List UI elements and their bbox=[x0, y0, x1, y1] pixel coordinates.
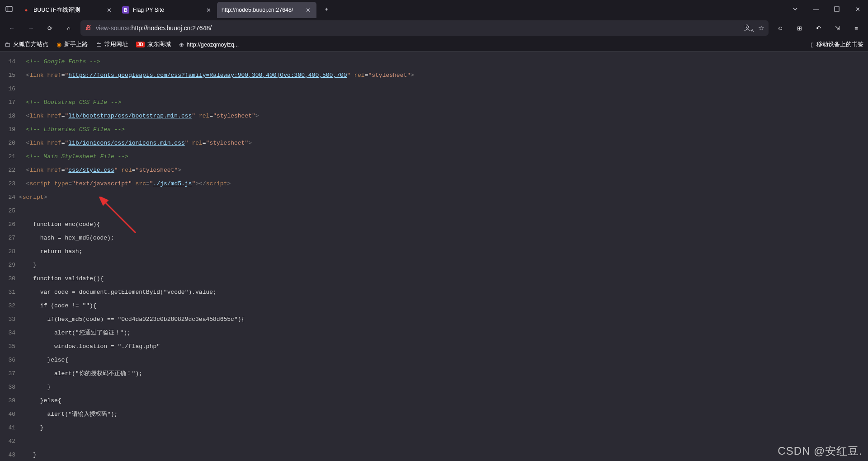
folder-icon: 🗀 bbox=[96, 41, 102, 48]
tab-view-source[interactable]: http://node5.buuoj.cn:27648/ ✕ bbox=[217, 2, 316, 18]
insecure-lock-icon bbox=[85, 24, 91, 32]
translate-icon[interactable]: 文A bbox=[744, 24, 754, 33]
bookmark-label: 京东商城 bbox=[147, 41, 171, 48]
url-text: view-source:http://node5.buuoj.cn:27648/ bbox=[96, 24, 740, 32]
undo-icon[interactable]: ↶ bbox=[811, 21, 826, 35]
svg-rect-0 bbox=[6, 6, 12, 12]
source-viewer[interactable]: 14 <!-- Google Fonts --> 15 <link href="… bbox=[0, 52, 868, 461]
home-button[interactable]: ⌂ bbox=[61, 21, 76, 35]
bookmark-star-icon[interactable]: ☆ bbox=[758, 24, 764, 32]
bookmark-label: 新手上路 bbox=[64, 41, 88, 48]
tab-flag-py[interactable]: B Flag PY Site ✕ bbox=[118, 2, 217, 18]
bookmark-label: 移动设备上的书签 bbox=[816, 41, 863, 48]
bookmark-mobile[interactable]: ▯移动设备上的书签 bbox=[811, 41, 863, 48]
new-tab-button[interactable]: ＋ bbox=[319, 2, 334, 16]
account-icon[interactable]: ☺ bbox=[773, 21, 788, 35]
close-icon[interactable]: ✕ bbox=[204, 7, 212, 14]
app-menu-icon[interactable]: ≡ bbox=[849, 21, 863, 35]
bookmark-common[interactable]: 🗀常用网址 bbox=[96, 41, 128, 48]
tab-title: BUUCTF在线评测 bbox=[33, 6, 101, 14]
bookmark-label: 常用网址 bbox=[104, 41, 128, 48]
mobile-icon: ▯ bbox=[811, 41, 814, 48]
nav-toolbar: ← → ⟳ ⌂ view-source:http://node5.buuoj.c… bbox=[0, 18, 868, 38]
extensions-icon[interactable]: ⊞ bbox=[792, 21, 807, 35]
bookmark-firefox-sites[interactable]: 🗀火狐官方站点 bbox=[5, 41, 48, 48]
url-bar[interactable]: view-source:http://node5.buuoj.cn:27648/… bbox=[80, 20, 769, 36]
source-code: 14 <!-- Google Fonts --> 15 <link href="… bbox=[0, 52, 868, 461]
watermark: CSDN @安红豆. bbox=[778, 444, 863, 458]
firefox-icon: ◉ bbox=[57, 41, 61, 48]
forward-button[interactable]: → bbox=[24, 21, 38, 35]
bookmark-jd[interactable]: JD京东商城 bbox=[136, 41, 171, 48]
tab-strip: ● BUUCTF在线评测 ✕ B Flag PY Site ✕ http://n… bbox=[18, 0, 785, 18]
back-button[interactable]: ← bbox=[5, 21, 19, 35]
svg-rect-2 bbox=[835, 7, 839, 11]
folder-icon: 🗀 bbox=[5, 41, 10, 48]
favicon-icon: B bbox=[122, 6, 129, 14]
close-icon[interactable]: ✕ bbox=[304, 7, 312, 14]
tab-title: Flag PY Site bbox=[133, 7, 201, 13]
tab-title: http://node5.buuoj.cn:27648/ bbox=[222, 7, 300, 13]
sidebar-toggle-icon[interactable] bbox=[0, 0, 18, 18]
favicon-icon: ● bbox=[23, 6, 30, 14]
jd-icon: JD bbox=[136, 42, 145, 47]
save-to-pocket-icon[interactable]: ⇲ bbox=[830, 21, 844, 35]
close-icon[interactable]: ✕ bbox=[105, 7, 113, 14]
close-window-icon[interactable]: ✕ bbox=[847, 0, 868, 18]
maximize-icon[interactable] bbox=[826, 0, 847, 18]
bookmark-getting-started[interactable]: ◉新手上路 bbox=[57, 41, 88, 48]
titlebar: ● BUUCTF在线评测 ✕ B Flag PY Site ✕ http://n… bbox=[0, 0, 868, 18]
reload-button[interactable]: ⟳ bbox=[42, 21, 57, 35]
window-controls: — ✕ bbox=[785, 0, 868, 18]
bookmark-label: http://geozqmoylzq... bbox=[187, 42, 239, 48]
tab-buuctf[interactable]: ● BUUCTF在线评测 ✕ bbox=[18, 2, 118, 18]
minimize-icon[interactable]: — bbox=[806, 0, 826, 18]
bookmarks-bar: 🗀火狐官方站点 ◉新手上路 🗀常用网址 JD京东商城 ⊕http://geozq… bbox=[0, 38, 868, 52]
bookmark-geozq[interactable]: ⊕http://geozqmoylzq... bbox=[179, 41, 239, 48]
bookmark-label: 火狐官方站点 bbox=[13, 41, 48, 48]
tabs-overflow-icon[interactable] bbox=[785, 0, 806, 18]
globe-icon: ⊕ bbox=[179, 41, 184, 48]
